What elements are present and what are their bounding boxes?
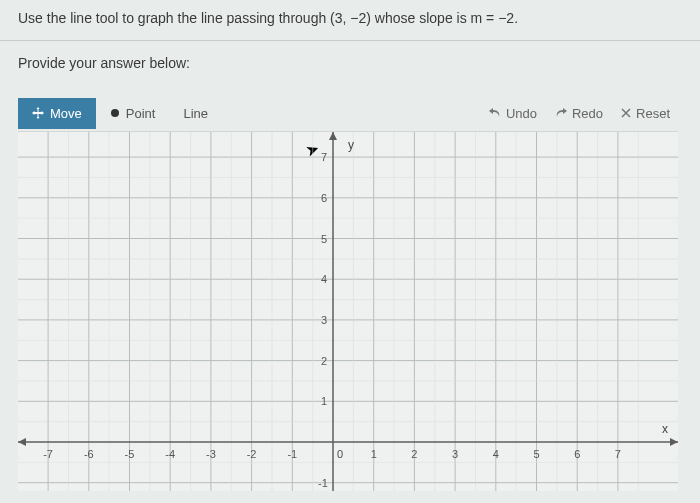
answer-prompt: Provide your answer below:	[0, 41, 700, 85]
redo-icon	[555, 106, 567, 121]
point-tool-button[interactable]: Point	[96, 98, 170, 129]
graph-toolbar: Move Point Line Undo Redo	[18, 95, 682, 131]
tick-y: 1	[321, 395, 327, 407]
point-label: Point	[126, 106, 156, 121]
line-tool-button[interactable]: Line	[169, 98, 222, 129]
tick-y: 2	[321, 355, 327, 367]
tick-x: 2	[411, 448, 417, 460]
undo-icon	[489, 106, 501, 121]
svg-marker-49	[670, 438, 678, 446]
move-icon	[32, 107, 44, 119]
tick-x: -7	[43, 448, 53, 460]
tick-x: -2	[247, 448, 257, 460]
graph-canvas[interactable]: ➤	[18, 131, 678, 491]
tick-x: 6	[574, 448, 580, 460]
tick-y: 5	[321, 233, 327, 245]
undo-label: Undo	[506, 106, 537, 121]
close-icon	[621, 106, 631, 121]
svg-marker-50	[18, 438, 26, 446]
tick-x: -4	[165, 448, 175, 460]
tick-x: 4	[493, 448, 499, 460]
tick-y: 6	[321, 192, 327, 204]
redo-label: Redo	[572, 106, 603, 121]
tick-x: -6	[84, 448, 94, 460]
y-axis-label: y	[348, 138, 354, 152]
tick-y: 7	[321, 151, 327, 163]
tick-y: 4	[321, 273, 327, 285]
point-icon	[110, 108, 120, 118]
svg-marker-48	[329, 132, 337, 140]
x-axis-label: x	[662, 422, 668, 436]
undo-button[interactable]: Undo	[489, 106, 537, 121]
tick-x: -1	[287, 448, 297, 460]
svg-point-0	[111, 109, 119, 117]
tick-x: -5	[125, 448, 135, 460]
question-text: Use the line tool to graph the line pass…	[0, 0, 700, 41]
tick-x: 3	[452, 448, 458, 460]
tick-y: 3	[321, 314, 327, 326]
move-tool-button[interactable]: Move	[18, 98, 96, 129]
tick-x: 5	[533, 448, 539, 460]
tick-x: 0	[337, 448, 343, 460]
grid-svg	[18, 132, 678, 491]
move-label: Move	[50, 106, 82, 121]
graph-widget: Move Point Line Undo Redo	[18, 95, 682, 491]
line-label: Line	[183, 106, 208, 121]
reset-label: Reset	[636, 106, 670, 121]
tick-x: 7	[615, 448, 621, 460]
tick-x: -3	[206, 448, 216, 460]
redo-button[interactable]: Redo	[555, 106, 603, 121]
reset-button[interactable]: Reset	[621, 106, 670, 121]
tick-y: -1	[318, 477, 328, 489]
tick-x: 1	[371, 448, 377, 460]
